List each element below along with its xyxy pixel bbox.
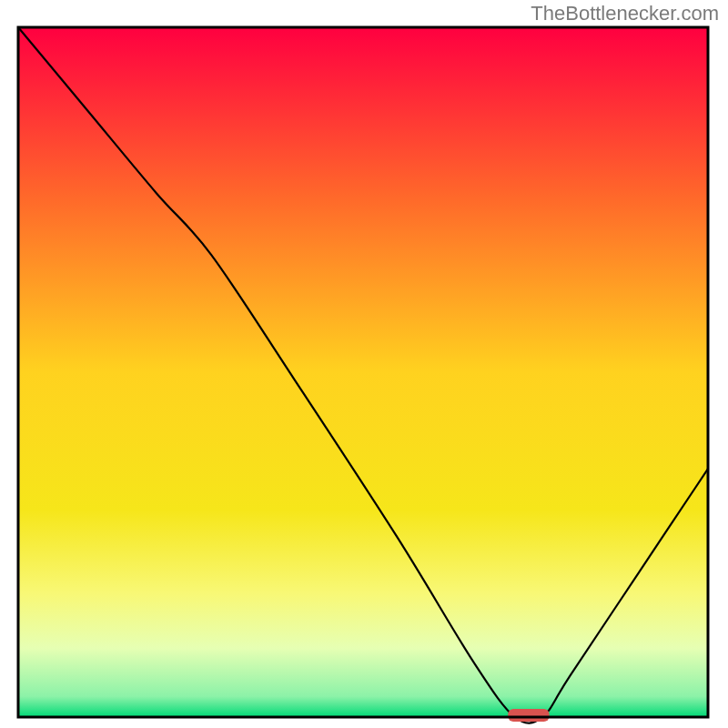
bottleneck-chart: TheBottlenecker.com [0, 0, 728, 728]
chart-background [18, 27, 708, 717]
optimal-marker [508, 709, 549, 722]
attribution-label: TheBottlenecker.com [531, 2, 719, 25]
